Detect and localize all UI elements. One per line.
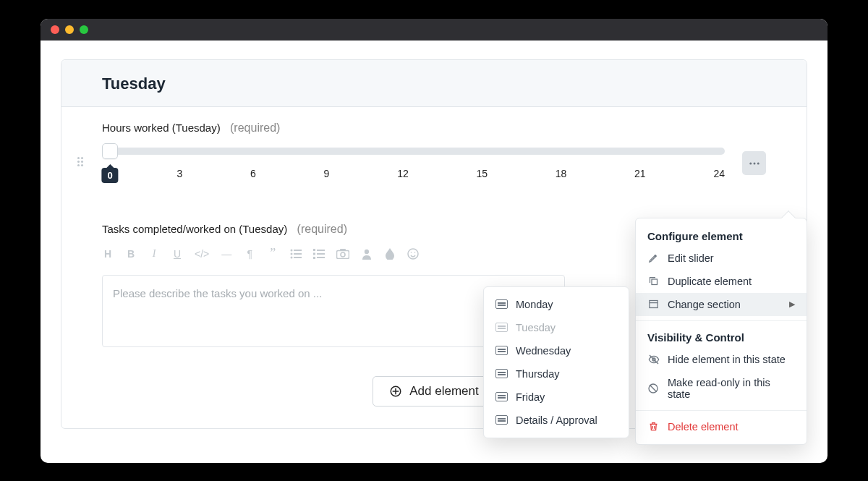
- duplicate-element-item[interactable]: Duplicate element: [636, 270, 807, 293]
- slider-value-badge: 0: [101, 168, 118, 183]
- app-window: Tuesday Hours worked (Tuesday) (required…: [41, 19, 827, 463]
- svg-point-18: [365, 249, 369, 253]
- section-icon: [647, 299, 660, 310]
- section-icon: [495, 415, 508, 425]
- menu-heading: Visibility & Control: [636, 325, 807, 348]
- svg-point-5: [291, 252, 293, 255]
- svg-point-2: [757, 162, 759, 164]
- drag-handle-icon[interactable]: [77, 157, 86, 170]
- svg-point-16: [341, 252, 345, 257]
- hours-worked-label: Hours worked (Tuesday): [102, 122, 221, 134]
- section-option-label: Friday: [516, 391, 545, 403]
- menu-item-label: Hide element in this state: [668, 354, 786, 365]
- slider-handle[interactable]: [102, 143, 118, 159]
- camera-icon[interactable]: [336, 247, 349, 260]
- drop-icon[interactable]: [384, 247, 396, 260]
- ellipsis-icon: [748, 157, 761, 170]
- svg-rect-14: [317, 257, 325, 258]
- svg-rect-15: [337, 250, 349, 258]
- section-option-label: Wednesday: [516, 345, 571, 357]
- svg-rect-9: [313, 249, 315, 251]
- section-option[interactable]: Thursday: [484, 362, 629, 386]
- italic-icon[interactable]: I: [148, 247, 160, 260]
- content-area: Tuesday Hours worked (Tuesday) (required…: [41, 41, 827, 443]
- element-options-button[interactable]: [742, 151, 766, 175]
- add-element-button[interactable]: Add element: [373, 376, 495, 406]
- section-icon: [495, 346, 508, 355]
- numbered-list-icon[interactable]: [313, 247, 325, 260]
- section-option-label: Thursday: [516, 368, 559, 380]
- svg-rect-11: [313, 252, 315, 255]
- slider-tick: 6: [250, 168, 256, 179]
- section-option[interactable]: Friday: [484, 386, 629, 409]
- change-section-item[interactable]: Change section ▶: [636, 293, 807, 316]
- underline-icon[interactable]: U: [171, 247, 183, 260]
- menu-item-label: Edit slider: [668, 252, 714, 264]
- slider-tick: 15: [476, 168, 488, 179]
- svg-point-3: [291, 249, 293, 251]
- configure-element-menu: Configure element Edit slider Duplicate …: [635, 218, 807, 445]
- hours-worked-field: Hours worked (Tuesday) (required) 0: [102, 122, 766, 179]
- svg-rect-4: [294, 250, 302, 251]
- eye-off-icon: [647, 354, 660, 365]
- svg-point-7: [291, 256, 293, 258]
- svg-rect-6: [294, 253, 302, 255]
- window-close-dot[interactable]: [51, 25, 59, 34]
- section-option-label: Monday: [516, 299, 553, 310]
- section-option[interactable]: Monday: [484, 293, 629, 316]
- plus-circle-icon: [389, 385, 402, 398]
- slider-tick: 18: [556, 168, 567, 179]
- slider-track[interactable]: [103, 148, 725, 155]
- paragraph-icon[interactable]: ¶: [244, 247, 255, 260]
- readonly-item[interactable]: Make read-only in this state: [636, 371, 807, 406]
- divider-icon[interactable]: —: [221, 247, 232, 260]
- slider-tick: 24: [713, 168, 725, 179]
- svg-point-20: [411, 252, 412, 253]
- hide-element-item[interactable]: Hide element in this state: [636, 348, 807, 371]
- code-icon[interactable]: </>: [195, 247, 209, 260]
- required-indicator: (required): [230, 122, 280, 134]
- bold-icon[interactable]: B: [125, 247, 137, 260]
- slider-tick: 3: [177, 168, 183, 179]
- mention-icon[interactable]: [361, 247, 373, 260]
- change-section-submenu: Monday Tuesday Wednesday Thursday Friday…: [483, 286, 629, 438]
- menu-heading: Configure element: [636, 224, 807, 247]
- bullet-list-icon[interactable]: [290, 247, 302, 260]
- section-option-label: Details / Approval: [516, 414, 597, 426]
- hours-slider[interactable]: 0 0 3 6 9 12 15 18 21 24: [103, 148, 725, 179]
- prohibit-icon: [647, 383, 660, 394]
- menu-item-label: Duplicate element: [668, 276, 752, 287]
- menu-item-label: Delete element: [668, 421, 739, 433]
- svg-point-1: [753, 162, 755, 164]
- section-option[interactable]: Wednesday: [484, 339, 629, 362]
- menu-item-label: Change section: [668, 299, 741, 310]
- window-minimize-dot[interactable]: [65, 25, 74, 34]
- section-option-label: Tuesday: [516, 322, 556, 333]
- section-title: Tuesday: [61, 60, 807, 107]
- svg-point-0: [749, 162, 752, 164]
- svg-rect-12: [317, 253, 325, 255]
- slider-tick: 9: [324, 168, 330, 179]
- section-icon: [495, 392, 508, 401]
- section-icon: [495, 369, 508, 378]
- required-indicator: (required): [297, 223, 347, 235]
- emoji-icon[interactable]: [407, 247, 419, 260]
- section-icon: [495, 323, 508, 332]
- window-zoom-dot[interactable]: [80, 25, 88, 34]
- section-option[interactable]: Details / Approval: [484, 409, 629, 432]
- svg-rect-8: [294, 257, 302, 258]
- slider-tick: 12: [397, 168, 409, 179]
- quote-icon[interactable]: ”: [267, 247, 278, 260]
- delete-element-item[interactable]: Delete element: [636, 415, 807, 438]
- svg-rect-17: [340, 249, 346, 251]
- slider-tick: 21: [634, 168, 646, 179]
- chevron-right-icon: ▶: [789, 299, 795, 309]
- tasks-label: Tasks completed/worked on (Tuesday): [102, 223, 287, 235]
- edit-slider-item[interactable]: Edit slider: [636, 247, 807, 270]
- svg-point-21: [414, 252, 416, 253]
- slider-ticks: 0 3 6 9 12 15 18 21 24: [103, 168, 725, 179]
- pencil-icon: [647, 252, 660, 263]
- svg-rect-13: [313, 257, 315, 259]
- svg-rect-24: [650, 301, 658, 308]
- heading-icon[interactable]: H: [102, 247, 114, 260]
